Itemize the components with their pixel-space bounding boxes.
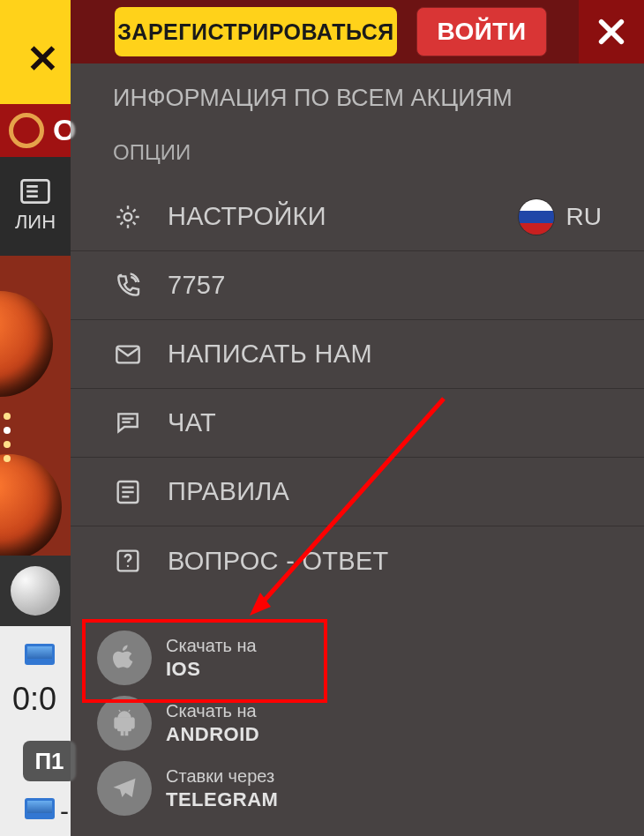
svg-point-4 <box>124 213 132 220</box>
apple-icon <box>97 631 152 685</box>
options-section-header: ОПЦИИ <box>71 131 644 183</box>
language-code: RU <box>566 203 602 231</box>
carousel-dots <box>4 413 11 462</box>
language-selector[interactable]: RU <box>519 199 602 235</box>
app-title: ANDROID <box>166 723 259 746</box>
question-icon <box>113 546 143 576</box>
svg-point-13 <box>127 565 129 567</box>
menu-label: ЧАТ <box>168 408 602 437</box>
rules-icon <box>113 477 143 507</box>
monitor-icon <box>25 798 55 819</box>
telegram-icon <box>97 761 152 816</box>
menu-item-faq[interactable]: ВОПРОС - ОТВЕТ <box>71 526 644 595</box>
bg-close-icon: ✕ <box>26 40 59 78</box>
chat-icon <box>113 408 143 438</box>
menu-item-settings[interactable]: НАСТРОЙКИ RU <box>71 183 644 251</box>
monitor-icon <box>25 644 55 665</box>
register-button[interactable]: ЗАРЕГИСТРИРОВАТЬСЯ <box>115 7 397 56</box>
menu-label: ВОПРОС - ОТВЕТ <box>168 547 602 576</box>
bg-tab-label: ЛИН <box>15 211 56 234</box>
app-subtitle: Ставки через <box>166 766 278 787</box>
gear-icon <box>113 202 143 232</box>
bg-nav-tab: ЛИН <box>0 157 71 256</box>
app-subtitle: Скачать на <box>166 701 259 721</box>
app-title: TELEGRAM <box>166 788 278 811</box>
bg-dash: - <box>60 796 69 826</box>
drawer-header: ЗАРЕГИСТРИРОВАТЬСЯ ВОЙТИ <box>71 0 644 63</box>
side-drawer: ЗАРЕГИСТРИРОВАТЬСЯ ВОЙТИ ИНФОРМАЦИЯ ПО В… <box>71 0 644 836</box>
menu-label: НАПИСАТЬ НАМ <box>168 340 602 369</box>
list-icon <box>20 179 50 204</box>
close-icon <box>596 17 626 47</box>
menu-item-phone[interactable]: 7757 <box>71 251 644 320</box>
promo-title[interactable]: ИНФОРМАЦИЯ ПО ВСЕМ АКЦИЯМ <box>71 63 644 131</box>
soccer-ball-icon <box>11 566 60 616</box>
bg-bet-button: П1 <box>23 741 76 781</box>
phone-icon <box>113 271 143 301</box>
app-subtitle: Скачать на <box>166 636 257 656</box>
menu-item-contact[interactable]: НАПИСАТЬ НАМ <box>71 320 644 389</box>
download-ios-button[interactable]: Скачать на IOS <box>97 631 348 685</box>
bg-brand-circle-icon <box>9 113 44 148</box>
close-drawer-button[interactable] <box>579 0 644 63</box>
login-button[interactable]: ВОЙТИ <box>416 7 547 56</box>
menu-item-chat[interactable]: ЧАТ <box>71 389 644 458</box>
drawer-content: ИНФОРМАЦИЯ ПО ВСЕМ АКЦИЯМ ОПЦИИ НАСТРОЙК… <box>71 63 644 836</box>
flag-ru-icon <box>519 199 554 235</box>
menu-label: НАСТРОЙКИ <box>168 202 494 231</box>
apps-section: Скачать на IOS Скачать на ANDROID Ст <box>71 595 644 836</box>
menu-label: 7757 <box>168 271 602 300</box>
menu-item-rules[interactable]: ПРАВИЛА <box>71 458 644 526</box>
download-android-button[interactable]: Скачать на ANDROID <box>97 696 348 750</box>
telegram-bets-button[interactable]: Ставки через TELEGRAM <box>97 761 348 816</box>
app-title: IOS <box>166 658 257 681</box>
bg-score: 0:0 <box>12 681 56 718</box>
android-icon <box>97 696 152 750</box>
bg-sport-tab <box>0 556 71 626</box>
menu-label: ПРАВИЛА <box>168 477 602 506</box>
mail-icon <box>113 340 143 369</box>
bg-schedule: 0:0 П1 - <box>0 626 71 836</box>
